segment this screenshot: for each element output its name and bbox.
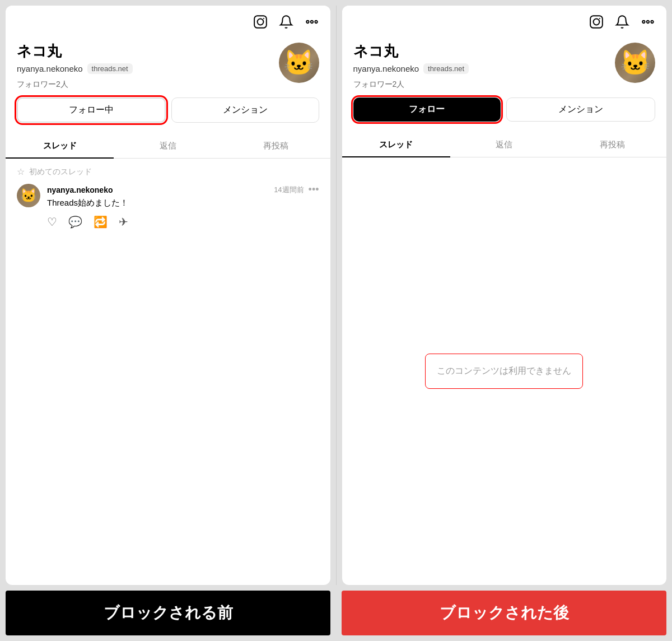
left-follower-count: フォロワー2人 <box>17 80 133 90</box>
svg-point-11 <box>651 21 653 23</box>
svg-point-2 <box>263 18 264 19</box>
svg-point-5 <box>315 21 317 23</box>
more-icon[interactable] <box>305 15 319 31</box>
comment-icon[interactable]: 💬 <box>68 215 82 229</box>
left-post-avatar: 🐱 <box>17 184 40 207</box>
after-label-text: ブロックされた後 <box>440 602 569 624</box>
right-tab-replies[interactable]: 返信 <box>450 133 558 157</box>
left-action-buttons: フォロー中 メンション <box>17 97 319 123</box>
right-bell-icon[interactable] <box>615 15 629 31</box>
right-action-buttons: フォロー メンション <box>353 97 656 122</box>
svg-rect-0 <box>254 16 267 28</box>
right-more-icon[interactable] <box>641 15 655 31</box>
star-icon: ☆ <box>17 166 25 177</box>
left-profile-name: ネコ丸 <box>17 43 133 60</box>
share-icon[interactable]: ✈ <box>119 215 128 229</box>
right-tab-threads[interactable]: スレッド <box>342 133 450 157</box>
left-tab-reposts[interactable]: 再投稿 <box>222 134 330 158</box>
left-profile-section: ネコ丸 nyanya.nekoneko threads.net フォロワー2人 … <box>6 36 330 132</box>
panel-divider <box>336 6 337 585</box>
svg-point-7 <box>594 19 600 25</box>
right-tab-reposts[interactable]: 再投稿 <box>558 133 666 157</box>
right-content-area: このコンテンツは利用できません <box>342 157 667 585</box>
svg-point-10 <box>647 21 649 23</box>
right-profile-name: ネコ丸 <box>353 43 469 60</box>
right-username: nyanya.nekoneko <box>353 64 419 73</box>
left-top-nav <box>6 6 330 36</box>
right-domain-badge: threads.net <box>423 63 469 74</box>
left-avatar <box>279 43 319 83</box>
instagram-icon[interactable] <box>253 15 268 31</box>
left-post-content: nyanya.nekoneko 14週間前 ••• Threads始めました！ … <box>47 184 319 229</box>
left-follow-button[interactable]: フォロー中 <box>17 97 166 123</box>
left-post-label: ☆ 初めてのスレッド <box>17 166 319 177</box>
svg-point-9 <box>642 21 645 23</box>
right-avatar <box>615 43 655 83</box>
bottom-labels: ブロックされる前 ブロックされた後 <box>0 591 672 641</box>
left-post-section: ☆ 初めてのスレッド 🐱 nyanya.nekoneko 14週間前 ••• T… <box>6 159 330 585</box>
left-mention-button[interactable]: メンション <box>171 97 319 123</box>
left-username: nyanya.nekoneko <box>17 64 83 73</box>
right-top-nav <box>342 6 667 36</box>
left-post-time: 14週間前 <box>274 185 304 195</box>
left-panel: ネコ丸 nyanya.nekoneko threads.net フォロワー2人 … <box>6 6 330 585</box>
right-tabs: スレッド 返信 再投稿 <box>342 133 667 157</box>
left-post-item: 🐱 nyanya.nekoneko 14週間前 ••• Threads始めました… <box>17 184 319 229</box>
left-post-more[interactable]: ••• <box>309 184 319 196</box>
repost-icon[interactable]: 🔁 <box>94 215 108 229</box>
svg-point-4 <box>310 21 312 23</box>
right-follow-button[interactable]: フォロー <box>353 97 501 122</box>
unavailable-message: このコンテンツは利用できません <box>425 354 583 389</box>
svg-point-1 <box>257 19 263 25</box>
after-label-box: ブロックされた後 <box>342 591 666 635</box>
svg-rect-6 <box>590 16 603 28</box>
svg-point-3 <box>306 21 309 23</box>
right-follower-count: フォロワー2人 <box>353 80 469 90</box>
right-panel: ネコ丸 nyanya.nekoneko threads.net フォロワー2人 … <box>342 6 667 585</box>
before-label-text: ブロックされる前 <box>104 602 233 624</box>
right-mention-button[interactable]: メンション <box>506 97 655 122</box>
like-icon[interactable]: ♡ <box>47 215 57 229</box>
left-tab-threads[interactable]: スレッド <box>6 134 114 158</box>
bell-icon[interactable] <box>279 15 293 31</box>
left-tabs: スレッド 返信 再投稿 <box>6 134 330 159</box>
left-post-text: Threads始めました！ <box>47 198 319 208</box>
svg-point-8 <box>599 18 600 19</box>
right-instagram-icon[interactable] <box>589 15 604 31</box>
right-profile-section: ネコ丸 nyanya.nekoneko threads.net フォロワー2人 … <box>342 36 667 131</box>
before-label-box: ブロックされる前 <box>6 591 330 635</box>
left-tab-replies[interactable]: 返信 <box>114 134 222 158</box>
left-post-username: nyanya.nekoneko <box>47 185 113 194</box>
left-domain-badge: threads.net <box>87 63 133 74</box>
left-post-actions: ♡ 💬 🔁 ✈ <box>47 215 319 229</box>
